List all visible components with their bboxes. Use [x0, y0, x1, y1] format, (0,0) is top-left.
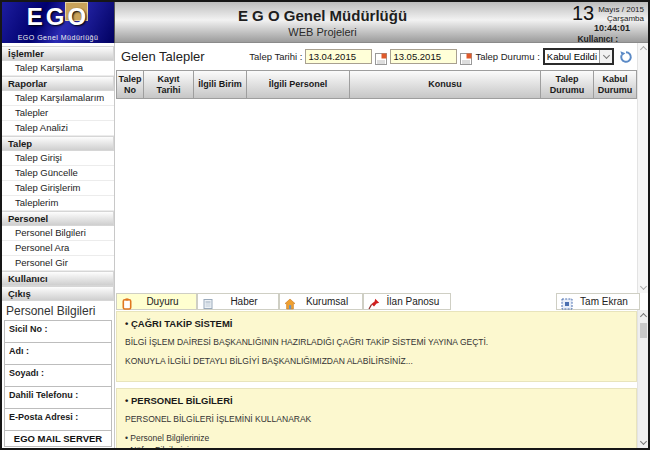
sidebar-group-islemler[interactable]: İşlemler	[2, 46, 114, 61]
main-content: Gelen Talepler Talep Tarihi : Talep Duru…	[116, 43, 648, 448]
datetime-panel: 13 Mayıs / 2015 Çarşamba 10:44:01 Kullan…	[532, 3, 644, 44]
profile-field-adi: Adı :	[4, 342, 112, 364]
logo-caption: EGO Genel Müdürlüğü	[2, 34, 114, 41]
ego-logo: EGO EGO Genel Müdürlüğü	[2, 2, 115, 43]
page-header: E G O Genel Müdürlüğü WEB Projeleri 13 M…	[115, 2, 648, 43]
column-header-kabul-durumu[interactable]: Kabul Durumu	[594, 71, 637, 99]
announcement-line: KONUYLA İLGİLİ DETAYLI BİLGİYİ BAŞKANLIĞ…	[125, 356, 628, 366]
refresh-icon[interactable]	[619, 50, 633, 64]
status-select-value: Kabul Edildi	[545, 51, 599, 62]
column-header-ilgili-birim[interactable]: İlgili Birim	[194, 71, 247, 99]
tabs-spacer	[451, 293, 556, 310]
sidebar-item-talep-analizi[interactable]: Talep Analizi	[2, 121, 114, 136]
tab-kurumsal[interactable]: Kurumsal	[279, 293, 363, 310]
app-subtitle: WEB Projeleri	[115, 26, 530, 38]
ego-mail-server-button[interactable]: EGO MAIL SERVER	[4, 430, 112, 447]
sidebar-item-talep-girisi[interactable]: Talep Girişi	[2, 151, 114, 166]
announcement-bullet: • Nüfus Bilgilerinize	[125, 445, 628, 448]
requests-table-body	[116, 99, 637, 292]
tab-duyuru[interactable]: Duyuru	[116, 293, 197, 310]
clock: 10:44:01	[532, 23, 644, 33]
scroll-down-icon[interactable]	[639, 438, 646, 445]
date-weekday: Çarşamba	[607, 14, 644, 23]
sidebar: İşlemler Talep Karşılama Raporlar Talep …	[2, 43, 115, 448]
tab-label: Duyuru	[133, 296, 196, 307]
sidebar-item-personel-gir[interactable]: Personel Gir	[2, 256, 114, 271]
table-scrollbar[interactable]	[637, 43, 648, 293]
profile-field-soyadi: Soyadı :	[4, 364, 112, 386]
news-icon	[202, 296, 214, 308]
announcements-panel: • ÇAĞRI TAKİP SİSTEMİ BİLGİ İŞLEM DAİRES…	[116, 311, 637, 448]
profile-field-eposta: E-Posta Adresi :	[4, 408, 112, 430]
date-filter-label: Talep Tarihi :	[249, 51, 302, 62]
announcement-icon	[121, 296, 133, 308]
announcement-title: • PERSONEL BİLGİLERİ	[125, 395, 628, 406]
requests-titlebar: Gelen Talepler Talep Tarihi : Talep Duru…	[116, 43, 637, 70]
logo-brand-text: EGO	[2, 3, 114, 31]
status-select[interactable]: Kabul Edildi	[543, 48, 614, 65]
sidebar-item-personel-bilgileri[interactable]: Personel Bilgileri	[2, 226, 114, 241]
column-header-konusu[interactable]: Konusu	[350, 71, 541, 99]
announcement-line: PERSONEL BİLGİLERİ İŞLEMİNİ KULLANARAK	[125, 414, 628, 424]
scroll-up-icon[interactable]	[639, 46, 646, 53]
column-header-talep-durumu[interactable]: Talep Durumu	[541, 71, 594, 99]
sidebar-group-raporlar[interactable]: Raporlar	[2, 76, 114, 91]
date-from-input[interactable]	[305, 49, 372, 64]
tab-label: Tam Ekran	[573, 296, 639, 307]
app-window: EGO EGO Genel Müdürlüğü E G O Genel Müdü…	[0, 0, 650, 450]
announcement-title: • ÇAĞRI TAKİP SİSTEMİ	[125, 318, 628, 329]
calendar-icon[interactable]	[375, 51, 387, 63]
info-tabs: Duyuru Haber Kurumsal İlan Panosu	[116, 293, 648, 310]
calendar-icon[interactable]	[460, 51, 472, 63]
sidebar-item-talep-guncelle[interactable]: Talep Güncelle	[2, 166, 114, 181]
page-title: Gelen Talepler	[121, 49, 205, 64]
sidebar-item-personel-ara[interactable]: Personel Ara	[2, 241, 114, 256]
profile-field-sicil-no: Sicil No :	[4, 320, 112, 342]
sidebar-item-talep-girislerim[interactable]: Talep Girişlerim	[2, 181, 114, 196]
requests-table-header: Talep No Kayıt Tarihi İlgili Birim İlgil…	[116, 70, 637, 99]
home-icon	[284, 296, 296, 308]
sidebar-item-taleplerim[interactable]: Taleplerim	[2, 196, 114, 211]
profile-section-title: Personel Bilgileri	[2, 301, 114, 320]
scroll-up-icon[interactable]	[639, 313, 646, 320]
fullscreen-icon	[561, 296, 573, 308]
tab-label: Kurumsal	[296, 296, 362, 307]
sidebar-group-personel[interactable]: Personel	[2, 211, 114, 226]
scroll-down-icon[interactable]	[639, 283, 646, 290]
announcements-scrollbar[interactable]	[637, 310, 648, 448]
announcement-line: BİLGİ İŞLEM DAİRESİ BAŞKANLIĞININ HAZIRL…	[125, 337, 628, 347]
pushpin-icon	[368, 296, 380, 308]
sidebar-item-talep-karsilama[interactable]: Talep Karşılama	[2, 61, 114, 76]
column-header-ilgili-personel[interactable]: İlgili Personel	[247, 71, 350, 99]
chevron-down-icon	[599, 50, 612, 63]
sidebar-group-kullanici[interactable]: Kullanıcı	[2, 271, 114, 286]
announcement-personel-bilgileri: • PERSONEL BİLGİLERİ PERSONEL BİLGİLERİ …	[116, 388, 637, 448]
status-filter-label: Talep Durumu :	[475, 51, 539, 62]
scrollbar-thumb[interactable]	[640, 323, 647, 338]
sidebar-item-talep-karsilamalarim[interactable]: Talep Karşılamalarım	[2, 91, 114, 106]
date-month-year: Mayıs / 2015	[598, 5, 644, 14]
tab-haber[interactable]: Haber	[197, 293, 279, 310]
sidebar-group-cikis[interactable]: Çıkış	[2, 286, 114, 301]
announcement-cagri-takip: • ÇAĞRI TAKİP SİSTEMİ BİLGİ İŞLEM DAİRES…	[116, 311, 637, 382]
tab-tam-ekran[interactable]: Tam Ekran	[556, 293, 640, 310]
column-header-kayit-tarihi[interactable]: Kayıt Tarihi	[144, 71, 194, 99]
tab-label: İlan Panosu	[380, 296, 450, 307]
filter-bar: Talep Tarihi : Talep Durumu : Kabul Edil…	[249, 48, 633, 65]
date-day: 13	[572, 3, 594, 23]
tab-label: Haber	[214, 296, 278, 307]
date-to-input[interactable]	[390, 49, 457, 64]
tab-ilan-panosu[interactable]: İlan Panosu	[363, 293, 451, 310]
sidebar-group-talep[interactable]: Talep	[2, 136, 114, 151]
announcement-bullet: • Personel Bilgilerinize	[125, 433, 628, 443]
app-title: E G O Genel Müdürlüğü	[115, 7, 530, 24]
column-header-talep-no[interactable]: Talep No	[117, 71, 144, 99]
profile-field-dahili-telefonu: Dahili Telefonu :	[4, 386, 112, 408]
sidebar-item-talepler[interactable]: Talepler	[2, 106, 114, 121]
